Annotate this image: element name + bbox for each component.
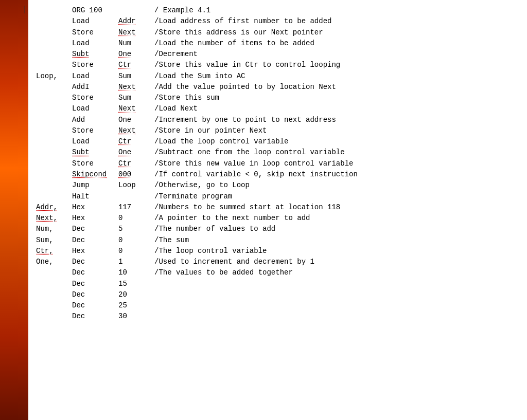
code-operand (118, 5, 154, 16)
code-operand: Loop (118, 180, 154, 191)
code-label (36, 82, 72, 93)
code-line: SubtOne/Subtract one from the loop contr… (36, 147, 519, 158)
code-comment: /Load Next (154, 103, 198, 114)
code-line: Dec20 (36, 289, 519, 300)
code-instruction: Jump (72, 180, 118, 191)
code-label (36, 279, 72, 289)
code-instruction: Dec (72, 224, 118, 234)
code-instruction: Dec (72, 257, 118, 267)
code-instruction: Hex (72, 202, 118, 213)
code-label (36, 93, 72, 103)
code-comment: /Load address of first number to be adde… (154, 16, 331, 27)
code-label (36, 60, 72, 70)
code-line: Halt/Terminate program (36, 191, 519, 202)
code-comment: /Increment by one to point to next addre… (154, 115, 336, 125)
code-operand: 1 (118, 257, 154, 267)
code-label: Next, (36, 213, 72, 224)
code-operand: Ctr (118, 60, 154, 70)
code-line: LoadNext/Load Next (36, 103, 519, 114)
code-operand: Next (118, 27, 154, 38)
code-operand: Sum (118, 93, 154, 103)
code-label (36, 27, 72, 38)
code-instruction: Dec (72, 279, 118, 289)
code-line: StoreCtr/Store this new value in loop co… (36, 158, 519, 169)
code-instruction: Store (72, 27, 118, 38)
code-comment: /Add the value pointed to by location Ne… (154, 82, 336, 93)
code-comment: /Store this address is our Next pointer (154, 27, 323, 38)
code-instruction: Load (72, 71, 118, 82)
code-line: Dec25 (36, 300, 519, 311)
code-instruction: Subt (72, 147, 118, 158)
code-comment: /Load the Sum into AC (154, 71, 245, 82)
code-instruction: Dec (72, 300, 118, 311)
code-label: Addr, (36, 202, 72, 213)
code-instruction: Add (72, 115, 118, 125)
left-decorative-panel (0, 0, 28, 420)
code-comment: /The number of values to add (154, 224, 275, 234)
code-label (36, 300, 72, 311)
code-operand: Sum (118, 71, 154, 82)
code-display-area: ORG 100/ Example 4.1LoadAddr/Load addres… (28, 0, 527, 420)
code-operand: Ctr (118, 136, 154, 147)
code-comment: /Store this sum (154, 93, 219, 103)
code-line: StoreNext/Store in our pointer Next (36, 125, 519, 136)
code-comment: /Load the number of items to be added (154, 38, 314, 49)
code-label (36, 5, 72, 16)
code-line: SubtOne/Decrement (36, 49, 519, 60)
code-operand: 25 (118, 300, 154, 311)
code-operand: 000 (118, 169, 154, 180)
code-label: Sum, (36, 235, 72, 246)
code-comment: /Used to increment and decrement by 1 (154, 257, 314, 267)
code-comment: /A pointer to the next number to add (154, 213, 310, 224)
code-label: Ctr, (36, 246, 72, 257)
code-operand: 117 (118, 202, 154, 213)
code-line: Num,Dec5/The number of values to add (36, 224, 519, 234)
code-line: Dec15 (36, 279, 519, 289)
code-label (36, 169, 72, 180)
code-label (36, 180, 72, 191)
code-operand: 0 (118, 246, 154, 257)
code-operand: Num (118, 38, 154, 49)
code-comment: /If control variable < 0, skip next inst… (154, 169, 358, 180)
code-instruction: Dec (72, 289, 118, 300)
code-label: One, (36, 257, 72, 267)
code-label (36, 16, 72, 27)
code-instruction: Halt (72, 191, 118, 202)
code-label (36, 136, 72, 147)
code-comment: /Store this new value in loop control va… (154, 158, 353, 169)
code-comment: /Subtract one from the loop control vari… (154, 147, 345, 158)
code-instruction: Load (72, 103, 118, 114)
code-line: StoreNext/Store this address is our Next… (36, 27, 519, 38)
code-line: StoreCtr/Store this value in Ctr to cont… (36, 60, 519, 70)
code-operand (118, 191, 154, 202)
code-comment: /Store this value in Ctr to control loop… (154, 60, 340, 70)
code-instruction: Dec (72, 267, 118, 278)
code-operand: 0 (118, 213, 154, 224)
code-operand: One (118, 115, 154, 125)
code-label (36, 158, 72, 169)
code-line: Sum,Dec0/The sum (36, 235, 519, 246)
code-operand: Next (118, 103, 154, 114)
code-label (36, 125, 72, 136)
code-comment: /The values to be added together (154, 267, 293, 278)
code-instruction: Load (72, 16, 118, 27)
code-line: LoadCtr/Load the loop control variable (36, 136, 519, 147)
code-line: ORG 100/ Example 4.1 (36, 5, 519, 16)
code-instruction: Dec (72, 311, 118, 322)
code-instruction: Subt (72, 49, 118, 60)
code-comment: /Load the loop control variable (154, 136, 288, 147)
code-comment: /Otherwise, go to Loop (154, 180, 250, 191)
code-label (36, 38, 72, 49)
code-comment: /Terminate program (154, 191, 232, 202)
code-comment: / Example 4.1 (154, 5, 210, 16)
code-instruction: Store (72, 93, 118, 103)
code-label: Loop, (36, 71, 72, 82)
code-instruction: Store (72, 60, 118, 70)
code-line: LoadNum/Load the number of items to be a… (36, 38, 519, 49)
code-line: One,Dec1/Used to increment and decrement… (36, 257, 519, 267)
code-label (36, 147, 72, 158)
code-line: AddINext/Add the value pointed to by loc… (36, 82, 519, 93)
code-label (36, 191, 72, 202)
code-operand: 10 (118, 267, 154, 278)
code-line: Addr,Hex117/Numbers to be summed start a… (36, 202, 519, 213)
